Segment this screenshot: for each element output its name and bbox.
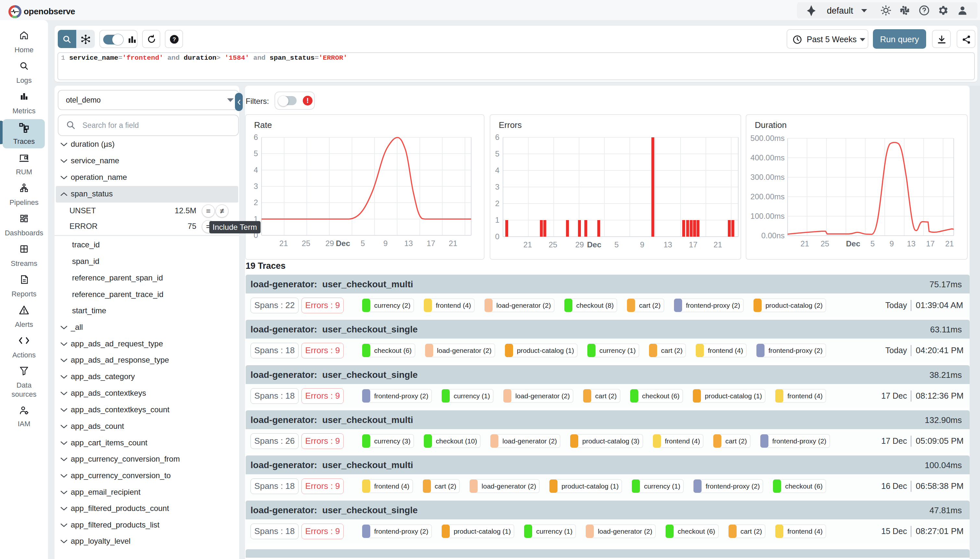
svg-text:100.00ms: 100.00ms (751, 212, 785, 220)
svg-text:17: 17 (427, 239, 436, 248)
svg-text:4: 4 (495, 166, 500, 175)
svg-text:?: ? (173, 36, 176, 43)
svg-text:5: 5 (870, 239, 874, 248)
svg-text:3: 3 (495, 182, 500, 191)
svg-text:21: 21 (945, 239, 954, 248)
svg-text:13: 13 (907, 239, 916, 248)
svg-text:21: 21 (714, 240, 723, 249)
svg-text:9: 9 (640, 240, 644, 249)
svg-text:9: 9 (383, 239, 388, 248)
svg-text:13: 13 (663, 240, 672, 249)
svg-text:13: 13 (404, 239, 413, 248)
svg-text:6: 6 (495, 133, 500, 142)
svg-text:3: 3 (254, 182, 258, 190)
svg-text:25: 25 (302, 239, 310, 248)
svg-text:17: 17 (926, 239, 935, 248)
svg-text:500.00ms: 500.00ms (751, 134, 785, 142)
svg-text:Rate: Rate (254, 120, 272, 130)
svg-text:25: 25 (821, 239, 830, 248)
svg-text:29: 29 (325, 239, 334, 248)
svg-text:2: 2 (254, 198, 258, 207)
svg-text:21: 21 (279, 239, 288, 248)
svg-text:25: 25 (549, 240, 558, 249)
svg-text:21: 21 (449, 239, 457, 248)
svg-text:Dec: Dec (846, 239, 860, 248)
svg-text:21: 21 (523, 240, 532, 249)
svg-text:0: 0 (495, 232, 500, 241)
svg-text:400.00ms: 400.00ms (751, 153, 785, 162)
svg-text:17: 17 (689, 240, 698, 249)
svg-text:5: 5 (495, 149, 500, 158)
svg-text:4: 4 (254, 165, 258, 174)
svg-text:5: 5 (614, 240, 619, 249)
svg-text:Errors: Errors (499, 120, 522, 130)
svg-text:Dec: Dec (336, 239, 350, 248)
svg-text:29: 29 (575, 240, 584, 249)
svg-text:300.00ms: 300.00ms (751, 173, 785, 182)
svg-text:1: 1 (495, 215, 500, 224)
svg-text:5: 5 (254, 149, 258, 158)
svg-text:6: 6 (254, 133, 258, 142)
svg-text:200.00ms: 200.00ms (751, 192, 785, 201)
svg-text:9: 9 (889, 239, 894, 248)
svg-text:0.00ns: 0.00ns (761, 231, 785, 240)
svg-text:5: 5 (361, 239, 365, 248)
svg-text:21: 21 (800, 239, 809, 248)
svg-text:Dec: Dec (587, 240, 601, 249)
svg-text:Duration: Duration (755, 120, 787, 130)
svg-text:2: 2 (495, 199, 500, 208)
